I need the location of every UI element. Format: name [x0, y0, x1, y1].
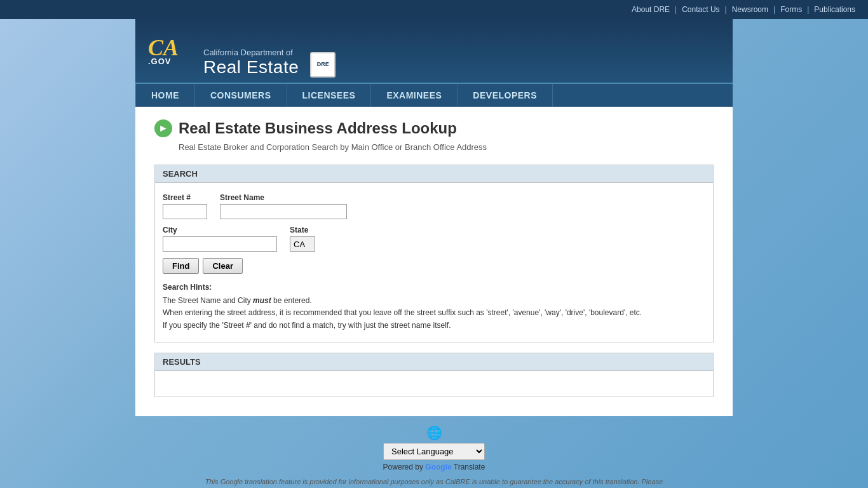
forms-link[interactable]: Forms [780, 5, 802, 14]
page-title: Real Estate Business Address Lookup [179, 119, 457, 137]
language-select[interactable]: Select Language [383, 443, 485, 460]
contact-us-link[interactable]: Contact Us [682, 5, 719, 14]
page-title-area: ► Real Estate Business Address Lookup [154, 119, 714, 137]
state-input[interactable]: CA [290, 236, 315, 252]
site-footer: 🌐 Select Language Powered by Google Tran… [0, 416, 868, 488]
newsroom-link[interactable]: Newsroom [732, 5, 768, 14]
nav-licensees[interactable]: LICENSEES [287, 84, 372, 107]
dept-name: Real Estate [203, 57, 299, 78]
find-button[interactable]: Find [163, 258, 199, 274]
hints-title: Search Hints: [163, 281, 705, 294]
nav-bar: HOME CONSUMERS LICENSEES EXAMINEES DEVEL… [135, 83, 733, 107]
state-group: State CA [290, 226, 315, 252]
translate-area: 🌐 Select Language Powered by Google Tran… [13, 425, 855, 471]
state-label: State [290, 226, 315, 234]
street-name-group: Street Name [220, 193, 347, 219]
dept-label: California Department of [203, 48, 299, 57]
top-bar: About DRE | Contact Us | Newsroom | Form… [0, 0, 868, 19]
translate-text: Translate [454, 463, 485, 471]
search-section-header: SEARCH [155, 165, 713, 183]
sep1: | [675, 5, 677, 14]
results-section: RESULTS [154, 353, 714, 397]
powered-by: Powered by Google Translate [13, 463, 855, 471]
nav-examinees[interactable]: EXAMINEES [371, 84, 458, 107]
hint3: If you specify the 'Street #' and do not… [163, 320, 705, 332]
search-hints: Search Hints: The Street Name and City m… [163, 281, 705, 332]
city-label: City [163, 226, 277, 234]
sep2: | [725, 5, 727, 14]
search-body: Street # Street Name City State [155, 183, 713, 342]
results-section-header: RESULTS [155, 353, 713, 371]
hint1: The Street Name and City must be entered… [163, 295, 705, 307]
page-subtitle: Real Estate Broker and Corporation Searc… [179, 142, 714, 152]
street-num-input[interactable] [163, 204, 207, 219]
street-name-input[interactable] [220, 204, 347, 219]
sep3: | [773, 5, 775, 14]
street-num-label: Street # [163, 193, 207, 202]
nav-consumers[interactable]: CONSUMERS [195, 84, 287, 107]
page-content: ► Real Estate Business Address Lookup Re… [135, 107, 733, 416]
button-row: Find Clear [163, 258, 705, 274]
nav-home[interactable]: HOME [135, 84, 195, 107]
city-state-row: City State CA [163, 226, 705, 252]
translate-disclaimer: This Google translation feature is provi… [199, 477, 669, 488]
dre-badge: DRE [310, 52, 336, 78]
globe-icon: 🌐 [13, 425, 855, 440]
hint2: When entering the street address, it is … [163, 307, 705, 319]
main-wrapper: CA .GOV California Department of Real Es… [135, 19, 733, 416]
city-input[interactable] [163, 236, 277, 252]
logo-area: CA .GOV [148, 36, 196, 83]
nav-developers[interactable]: DEVELOPERS [458, 84, 553, 107]
powered-by-prefix: Powered by [383, 463, 423, 471]
ca-gov-logo: CA .GOV [148, 36, 196, 78]
site-header: CA .GOV California Department of Real Es… [135, 19, 733, 83]
site-title-area: California Department of Real Estate [203, 48, 299, 83]
google-text: Google [425, 463, 451, 471]
street-row: Street # Street Name [163, 193, 705, 219]
city-group: City [163, 226, 277, 252]
sep4: | [807, 5, 809, 14]
hint1-bold: must [253, 296, 271, 305]
street-name-label: Street Name [220, 193, 347, 202]
clear-button[interactable]: Clear [203, 258, 243, 274]
arrow-icon: ► [154, 119, 172, 137]
about-dre-link[interactable]: About DRE [632, 5, 670, 14]
ca-logo-text: CA [148, 36, 196, 59]
publications-link[interactable]: Publications [814, 5, 855, 14]
results-body [155, 371, 713, 396]
street-num-group: Street # [163, 193, 207, 219]
search-section: SEARCH Street # Street Name City [154, 165, 714, 342]
